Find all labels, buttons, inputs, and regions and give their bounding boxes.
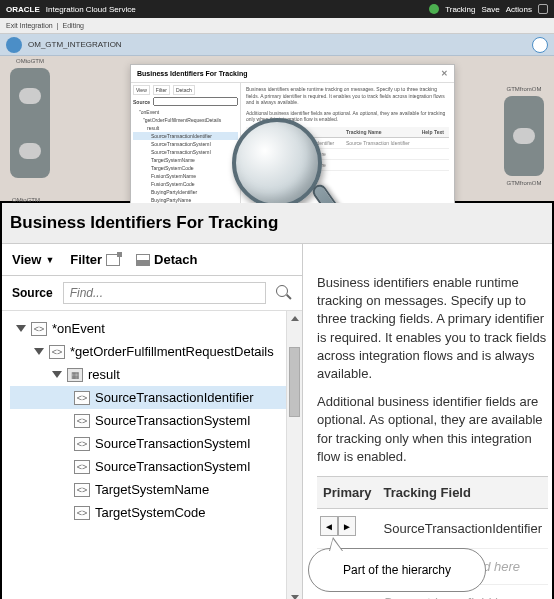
tree-column: View ▼ Filter Detach Source <>*onEvent <… xyxy=(2,244,303,599)
col-help: Help Text xyxy=(420,127,449,138)
source-label: Source xyxy=(12,286,53,300)
view-button[interactable]: View ▼ xyxy=(12,252,54,267)
tree-node[interactable]: SourceTransactionSystemI xyxy=(133,140,238,148)
tree-node[interactable]: "onEvent xyxy=(133,108,238,116)
scroll-up-icon[interactable] xyxy=(287,311,302,325)
save-link[interactable]: Save xyxy=(482,5,500,14)
tree-node[interactable]: <>SourceTransactionSystemI xyxy=(10,455,302,478)
xml-element-icon: <> xyxy=(31,322,47,336)
xml-element-icon: <> xyxy=(74,414,90,428)
group-icon: ▦ xyxy=(67,368,83,382)
tracking-link[interactable]: Tracking xyxy=(445,5,475,14)
filter-button[interactable]: Filter xyxy=(70,252,120,267)
integration-icon xyxy=(6,37,22,53)
tree-node[interactable]: result xyxy=(133,124,238,132)
col-field: Tracking Field xyxy=(378,476,549,508)
desc-text: Business identifiers enable runtime trac… xyxy=(317,274,548,383)
callout-text: Part of the hierarchy xyxy=(343,563,451,577)
detach-button[interactable]: Detach xyxy=(136,252,197,267)
tree-node[interactable]: <>*onEvent xyxy=(10,317,302,340)
table-row[interactable]: ● SourceTransactionIdentifier Source Tra… xyxy=(246,137,449,148)
tree-node[interactable]: FusionSystemCode xyxy=(133,180,238,188)
zoomed-panel: Business Identifiers For Tracking View ▼… xyxy=(0,203,554,599)
actions-link[interactable]: Actions xyxy=(506,5,532,14)
zoom-icon[interactable] xyxy=(532,37,548,53)
tree-node[interactable]: <>TargetSystemName xyxy=(10,478,302,501)
oracle-header: ORACLE Integration Cloud Service Trackin… xyxy=(0,0,554,18)
find-input[interactable] xyxy=(153,97,238,106)
vertical-scrollbar[interactable] xyxy=(286,311,302,599)
target-label-bottom: GTMfromOM xyxy=(504,180,544,186)
tree-node[interactable]: FusionSystemName xyxy=(133,172,238,180)
cloud-icon xyxy=(513,128,535,144)
search-icon[interactable] xyxy=(276,285,292,301)
source-tree[interactable]: "onEvent "getOrderFulfillmentRequestDeta… xyxy=(133,108,238,204)
chevron-down-icon[interactable] xyxy=(16,325,26,332)
chevron-down-icon[interactable] xyxy=(52,371,62,378)
scroll-left-button[interactable]: ◄ xyxy=(320,516,338,536)
xml-element-icon: <> xyxy=(49,345,65,359)
scroll-down-icon[interactable] xyxy=(287,590,302,599)
integration-name: OM_GTM_INTEGRATION xyxy=(28,40,122,49)
find-input[interactable] xyxy=(63,282,266,304)
xml-element-icon: <> xyxy=(74,460,90,474)
breadcrumb: Exit Integration | Editing xyxy=(0,18,554,34)
tree-node[interactable]: SourceTransactionSystemI xyxy=(133,148,238,156)
desc-text2: Additional business identifier fields ar… xyxy=(246,110,449,123)
tree-node[interactable]: <>SourceTransactionSystemI xyxy=(10,409,302,432)
xml-element-icon: <> xyxy=(74,506,90,520)
filter-icon xyxy=(106,254,120,266)
target-label: GTMfromOM xyxy=(504,86,544,92)
tree-node-selected[interactable]: <>SourceTransactionIdentifier xyxy=(10,386,290,409)
brand: ORACLE xyxy=(6,5,40,14)
tree-node[interactable]: <>SourceTransactionSystemI xyxy=(10,432,302,455)
filter-button[interactable]: Filter xyxy=(153,85,170,95)
integration-bar: OM_GTM_INTEGRATION xyxy=(0,34,554,56)
tree-node[interactable]: "getOrderFulfillmentRequestDetails xyxy=(133,116,238,124)
integration-canvas: OMtoGTM OMtoGTM GTMfromOM GTMfromOM Busi… xyxy=(0,56,554,203)
help-icon[interactable] xyxy=(538,4,548,14)
callout-bubble: Part of the hierarchy xyxy=(308,548,486,592)
scroll-right-button[interactable]: ► xyxy=(338,516,356,536)
product: Integration Cloud Service xyxy=(46,5,136,14)
modal-tree-panel: View Filter Detach Source "onEvent "getO… xyxy=(131,83,241,208)
panel-title: Business Identifiers For Tracking xyxy=(2,203,552,244)
source-tree[interactable]: <>*onEvent <>*getOrderFulfillmentRequest… xyxy=(2,311,302,599)
col-primary: Primary xyxy=(246,127,271,138)
tree-node[interactable]: TargetSystemName xyxy=(133,156,238,164)
source-label: Source xyxy=(133,99,150,105)
view-button[interactable]: View xyxy=(133,85,150,95)
cloud-icon xyxy=(19,88,41,104)
modal-title: Business Identifiers For Tracking xyxy=(137,70,247,77)
col-name: Tracking Name xyxy=(344,127,420,138)
detach-icon xyxy=(136,254,150,266)
source-filter-row: Source xyxy=(2,276,302,311)
xml-element-icon: <> xyxy=(74,391,90,405)
tree-node[interactable]: ▦result xyxy=(10,363,302,386)
tree-node[interactable]: <>*getOrderFulfillmentRequestDetails xyxy=(10,340,302,363)
cloud-icon xyxy=(19,143,41,159)
field-cell: SourceTransactionIdentifier xyxy=(378,508,549,548)
close-icon[interactable]: ✕ xyxy=(441,69,448,78)
xml-element-icon: <> xyxy=(74,437,90,451)
detach-button[interactable]: Detach xyxy=(173,85,195,95)
tree-node[interactable]: TargetSystemCode xyxy=(133,164,238,172)
tracking-table: Primary Tracking Field Tracking Name Hel… xyxy=(246,127,449,171)
table-row[interactable]: Drag a trigger field here xyxy=(246,148,449,159)
background-screenshot: ORACLE Integration Cloud Service Trackin… xyxy=(0,0,554,203)
col-field: Tracking Field xyxy=(271,127,344,138)
status-dot-icon xyxy=(429,4,439,14)
toolbar: View ▼ Filter Detach xyxy=(2,244,302,276)
tree-node[interactable]: SourceTransactionIdentifier xyxy=(133,132,238,140)
tree-node[interactable]: <>TargetSystemCode xyxy=(10,501,302,524)
modal-table-panel: Business identifiers enable runtime trac… xyxy=(241,83,454,208)
desc-text: Business identifiers enable runtime trac… xyxy=(246,86,449,106)
chevron-down-icon[interactable] xyxy=(34,348,44,355)
tree-node[interactable]: BuyingPartyIdentifier xyxy=(133,188,238,196)
exit-integration-link[interactable]: Exit Integration xyxy=(6,22,53,29)
table-row[interactable]: Drag a trigger field here xyxy=(246,159,449,170)
target-endpoint[interactable]: GTMfromOM GTMfromOM xyxy=(504,96,544,176)
scroll-thumb[interactable] xyxy=(289,347,300,417)
source-endpoint[interactable]: OMtoGTM xyxy=(10,68,50,178)
mode-label: Editing xyxy=(63,22,84,29)
